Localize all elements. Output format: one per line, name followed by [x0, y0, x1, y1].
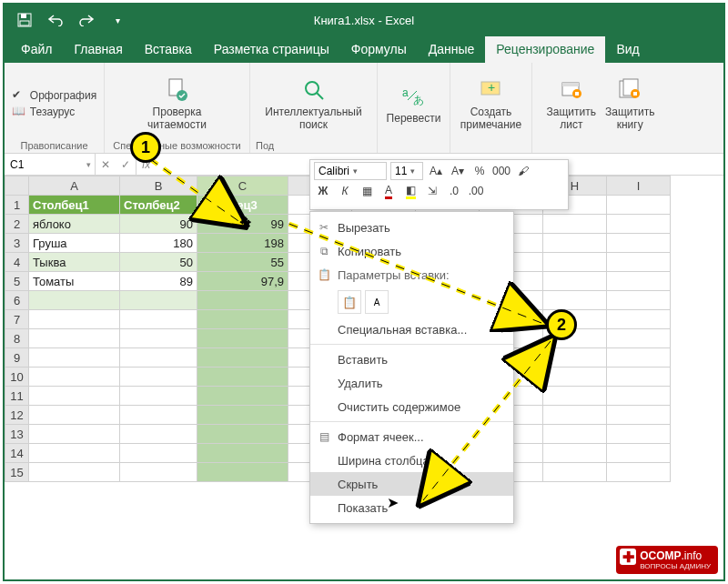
cell[interactable]: 90 — [120, 215, 197, 234]
cell[interactable]: 55 — [197, 253, 288, 272]
accessibility-button[interactable]: Проверка читаемости — [147, 76, 207, 130]
row-header[interactable]: 3 — [5, 234, 29, 253]
col-header-c[interactable]: C — [197, 176, 288, 196]
cell[interactable] — [543, 253, 607, 272]
row-header[interactable]: 5 — [5, 272, 29, 291]
comma-icon[interactable]: 000 — [492, 162, 511, 180]
save-button[interactable] — [12, 7, 37, 33]
protect-workbook-button[interactable]: Защитить книгу — [605, 76, 654, 130]
increase-font-icon[interactable]: A▴ — [427, 162, 445, 180]
annotation-badge-1: 1 — [130, 132, 161, 163]
row-header[interactable]: 9 — [5, 348, 29, 368]
cell[interactable]: яблоко — [29, 215, 120, 234]
row-header[interactable]: 10 — [5, 368, 29, 387]
borders-icon[interactable]: ▦ — [358, 182, 376, 200]
row-header[interactable]: 13 — [5, 425, 29, 444]
redo-button[interactable] — [74, 7, 99, 33]
cell[interactable] — [543, 234, 607, 253]
cell[interactable]: 198 — [197, 234, 288, 253]
name-box[interactable]: C1 — [5, 154, 96, 175]
translate-icon: aあ — [399, 82, 428, 111]
svg-line-6 — [317, 93, 323, 99]
translate-button[interactable]: aあ Перевести — [387, 82, 441, 125]
ctx-paste-special[interactable]: Специальная вставка... — [310, 317, 513, 341]
row-header[interactable]: 11 — [5, 387, 29, 406]
row-header[interactable]: 14 — [5, 444, 29, 463]
ctx-column-width[interactable]: Ширина столбца... — [310, 448, 513, 472]
new-comment-button[interactable]: + Создать примечание — [460, 76, 521, 130]
smart-lookup-button[interactable]: Интеллектуальный поиск — [265, 76, 361, 130]
tab-view[interactable]: Вид — [605, 36, 650, 63]
row-header[interactable]: 4 — [5, 253, 29, 272]
paste-option-1[interactable]: 📋 — [338, 290, 361, 314]
cell[interactable] — [607, 215, 671, 234]
cell[interactable] — [607, 253, 671, 272]
ctx-show[interactable]: Показать — [310, 496, 513, 519]
row-header[interactable]: 6 — [5, 291, 29, 310]
undo-button[interactable] — [43, 7, 68, 33]
ctx-format-cells[interactable]: ▤Формат ячеек... — [310, 425, 513, 448]
col-header-i[interactable]: I — [607, 176, 671, 196]
protect-sheet-button[interactable]: Защитить лист — [547, 76, 596, 130]
italic-button[interactable]: К — [336, 182, 354, 200]
bold-button[interactable]: Ж — [314, 182, 332, 200]
row-header[interactable]: 15 — [5, 463, 29, 482]
context-menu: ✂Вырезать ⧉Копировать 📋Параметры вставки… — [309, 211, 514, 524]
ctx-insert[interactable]: Вставить — [310, 347, 513, 371]
tab-data[interactable]: Данные — [418, 36, 486, 63]
thesaurus-button[interactable]: 📖Тезаурус — [12, 105, 75, 119]
paste-option-2[interactable]: A — [365, 290, 389, 314]
ctx-hide[interactable]: Скрыть — [310, 472, 513, 496]
cancel-formula-button[interactable]: ✕ — [96, 158, 116, 171]
cell[interactable]: 180 — [120, 234, 197, 253]
row-header[interactable]: 2 — [5, 215, 29, 234]
cell[interactable]: Столбец3 — [197, 196, 288, 215]
cell[interactable]: Тыква — [29, 253, 120, 272]
cell[interactable]: 50 — [120, 253, 197, 272]
format-painter-icon[interactable]: 🖌 — [514, 162, 532, 180]
cell[interactable]: Томаты — [29, 272, 120, 291]
spelling-button[interactable]: ✔Орфография — [12, 88, 96, 103]
ctx-copy[interactable]: ⧉Копировать — [310, 239, 513, 263]
clipboard-icon: 📋 — [342, 296, 357, 309]
fill-color-icon[interactable]: ◧ — [401, 182, 420, 200]
font-size-select[interactable]: 11 — [390, 162, 423, 180]
ribbon-tabs: Файл Главная Вставка Разметка страницы Ф… — [5, 35, 723, 63]
ribbon: ✔Орфография 📖Тезаурус Правописание Прове… — [5, 63, 723, 154]
cell[interactable] — [543, 215, 607, 234]
col-header-a[interactable]: A — [29, 176, 120, 196]
font-select[interactable]: Calibri — [314, 162, 387, 180]
cell[interactable]: Столбец1 — [29, 196, 120, 215]
row-header[interactable]: 1 — [5, 196, 29, 215]
percent-icon[interactable]: % — [470, 162, 489, 180]
tab-insert[interactable]: Вставка — [134, 36, 203, 63]
decrease-decimal-icon[interactable]: .0 — [445, 182, 463, 200]
increase-decimal-icon[interactable]: .00 — [467, 182, 485, 200]
cell[interactable] — [607, 234, 671, 253]
ctx-cut[interactable]: ✂Вырезать — [310, 216, 513, 239]
cell[interactable]: Столбец2 — [120, 196, 197, 215]
cell[interactable] — [607, 272, 671, 291]
decrease-font-icon[interactable]: A▾ — [449, 162, 467, 180]
tab-formulas[interactable]: Формулы — [340, 36, 418, 63]
merge-icon[interactable]: ⇲ — [423, 182, 441, 200]
tab-page-layout[interactable]: Разметка страницы — [203, 36, 340, 63]
row-header[interactable]: 12 — [5, 406, 29, 425]
select-all-corner[interactable] — [5, 176, 29, 196]
ctx-delete[interactable]: Удалить — [310, 371, 513, 395]
row-header[interactable]: 7 — [5, 310, 29, 329]
cell[interactable]: 89 — [120, 272, 197, 291]
cell[interactable] — [543, 272, 607, 291]
ctx-clear[interactable]: Очистить содержимое — [310, 395, 513, 418]
cell[interactable] — [607, 196, 671, 215]
tab-file[interactable]: Файл — [10, 36, 63, 63]
col-header-b[interactable]: B — [120, 176, 197, 196]
tab-review[interactable]: Рецензирование — [485, 36, 605, 63]
enter-formula-button[interactable]: ✓ — [116, 158, 136, 171]
font-color-icon[interactable]: A — [379, 182, 398, 200]
cell[interactable]: Груша — [29, 234, 120, 253]
cell[interactable]: 97,9 — [197, 272, 288, 291]
tab-home[interactable]: Главная — [63, 36, 133, 63]
qat-customize[interactable]: ▾ — [105, 7, 130, 33]
row-header[interactable]: 8 — [5, 329, 29, 348]
